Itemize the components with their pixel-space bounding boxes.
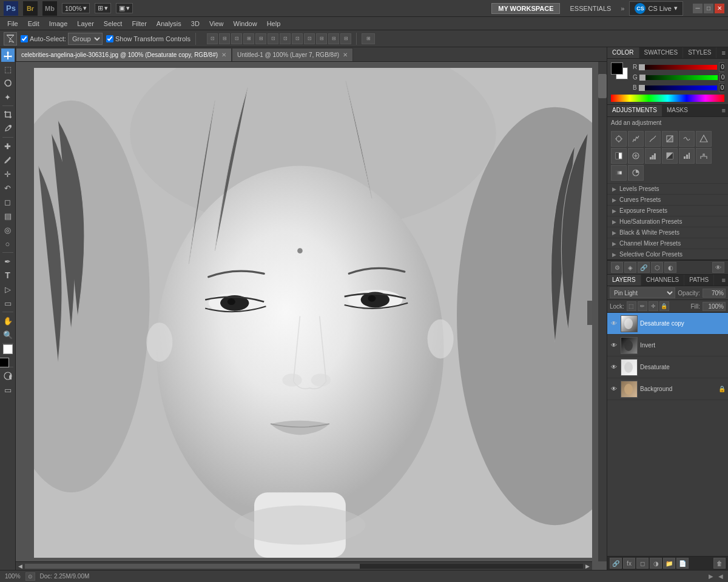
tab-channels[interactable]: CHANNELS: [641, 275, 684, 286]
scroll-right-arrow[interactable]: ▶: [585, 563, 590, 569]
transform-checkbox[interactable]: [106, 35, 113, 42]
adj-curves-icon[interactable]: [645, 131, 661, 147]
panel-icon-5[interactable]: ◐: [664, 262, 676, 273]
gradient-tool[interactable]: ▤: [1, 209, 15, 222]
status-expand-2[interactable]: ◀: [718, 573, 723, 580]
move-tool[interactable]: [1, 48, 15, 62]
adj-exposure-icon[interactable]: [662, 131, 678, 147]
tab-masks[interactable]: MASKS: [662, 105, 693, 116]
tab-untitled[interactable]: Untitled-1 @ 100% (Layer 7, RGB/8#) ✕: [232, 48, 353, 61]
group-select[interactable]: Group Layer: [68, 33, 103, 45]
adj-channelmixer-presets[interactable]: ▶ Channel Mixer Presets: [607, 238, 728, 249]
hand-tool[interactable]: ✋: [1, 314, 15, 327]
adj-bw-icon[interactable]: [611, 148, 627, 164]
g-slider[interactable]: [639, 75, 718, 80]
layer-background-vis[interactable]: 👁: [610, 385, 618, 393]
adj-selective-presets[interactable]: ▶ Selective Color Presets: [607, 249, 728, 259]
adj-vibrance-icon[interactable]: [679, 131, 695, 147]
layer-adj-btn[interactable]: ◑: [650, 558, 662, 569]
menu-image[interactable]: Image: [44, 19, 73, 28]
menu-help[interactable]: Help: [262, 19, 286, 28]
fill-input[interactable]: [703, 302, 726, 311]
tab-swatches[interactable]: SWATCHES: [639, 47, 684, 58]
layers-expand[interactable]: ≡: [720, 275, 728, 286]
zoom-control[interactable]: 100% ▾: [62, 3, 90, 13]
cs-live-dropdown[interactable]: ▾: [674, 4, 678, 12]
magic-wand-tool[interactable]: ✦: [1, 90, 15, 104]
path-select-tool[interactable]: ▷: [1, 283, 15, 296]
doc-mode[interactable]: ▣ ▾: [116, 3, 133, 13]
more-options-icon[interactable]: ⊞: [362, 33, 375, 44]
auto-select-checkbox[interactable]: [21, 35, 28, 42]
panel-icon-4[interactable]: ⬡: [651, 262, 663, 273]
screen-mode[interactable]: ⊞ ▾: [95, 3, 111, 13]
menu-3d[interactable]: 3D: [186, 19, 204, 28]
expand-icon[interactable]: »: [621, 5, 624, 12]
distribute-left-icon[interactable]: ⊡: [280, 33, 291, 44]
lock-all-icon[interactable]: 🔒: [659, 301, 669, 311]
layer-desaturate-copy[interactable]: 👁 Desaturate copy: [607, 313, 728, 335]
eyedropper-tool[interactable]: [1, 122, 15, 135]
menu-view[interactable]: View: [204, 19, 229, 28]
lock-transparency-icon[interactable]: ⬚: [627, 301, 636, 311]
zoom-dropdown-arrow[interactable]: ▾: [83, 4, 87, 12]
shape-tool[interactable]: ▭: [1, 296, 15, 310]
maximize-button[interactable]: □: [704, 4, 713, 13]
adj-exposure-presets[interactable]: ▶ Exposure Presets: [607, 205, 728, 216]
distribute-right-icon[interactable]: ⊡: [304, 33, 315, 44]
adj-expand[interactable]: ≡: [720, 105, 728, 116]
layer-desaturate-vis[interactable]: 👁: [610, 363, 618, 372]
close-button[interactable]: ✕: [715, 4, 724, 13]
layer-folder-btn[interactable]: 📁: [663, 558, 675, 569]
panel-icon-2[interactable]: ◈: [624, 262, 636, 273]
align-left-icon[interactable]: ⊡: [207, 33, 218, 44]
distribute-bottom-icon[interactable]: ⊟: [340, 33, 351, 44]
panel-icon-3[interactable]: 🔗: [638, 262, 650, 273]
adj-hue-presets[interactable]: ▶ Hue/Saturation Presets: [607, 216, 728, 227]
clone-stamp-tool[interactable]: ✛: [1, 167, 15, 181]
layer-desaturate[interactable]: 👁 Desaturate: [607, 356, 728, 378]
distribute-center-icon[interactable]: ⊡: [292, 33, 303, 44]
layer-delete-btn[interactable]: 🗑: [713, 558, 726, 569]
layer-invert[interactable]: 👁 Invert: [607, 335, 728, 356]
eraser-tool[interactable]: ◻: [1, 195, 15, 209]
adj-hsl-icon[interactable]: [696, 131, 712, 147]
menu-window[interactable]: Window: [229, 19, 262, 28]
layer-link-btn[interactable]: 🔗: [610, 558, 622, 569]
adj-levels-icon[interactable]: [628, 131, 644, 147]
adj-brightness-icon[interactable]: [611, 131, 627, 147]
r-slider[interactable]: [639, 65, 717, 70]
menu-filter[interactable]: Filter: [127, 19, 151, 28]
screen-mode-btn[interactable]: ▭: [1, 383, 15, 396]
dodge-tool[interactable]: ○: [1, 237, 15, 250]
essentials-button[interactable]: ESSENTIALS: [565, 4, 616, 13]
align-top-icon[interactable]: ⊞: [243, 33, 254, 44]
zoom-toggle[interactable]: ⊙: [25, 572, 35, 581]
canvas-image[interactable]: [34, 68, 592, 558]
adj-levels-presets[interactable]: ▶ Levels Presets: [607, 183, 728, 194]
layer-background[interactable]: 👁 Background 🔒: [607, 378, 728, 400]
layer-fx-btn[interactable]: fx: [623, 558, 635, 569]
distribute-top-icon[interactable]: ⊟: [316, 33, 327, 44]
layer-mask-btn[interactable]: ◻: [636, 558, 649, 569]
workspace-button[interactable]: MY WORKSPACE: [491, 3, 560, 14]
opacity-input[interactable]: [703, 289, 726, 298]
history-brush-tool[interactable]: ↶: [1, 181, 15, 195]
tab-color[interactable]: COLOR: [607, 47, 639, 58]
text-tool[interactable]: T: [1, 269, 15, 282]
brush-tool[interactable]: [1, 153, 15, 167]
color-panel-expand[interactable]: ≡: [720, 47, 728, 58]
align-center-h-icon[interactable]: ⊟: [219, 33, 230, 44]
healing-brush-tool[interactable]: ✚: [1, 139, 15, 153]
adj-channelmixer-icon[interactable]: [645, 148, 661, 164]
pen-tool[interactable]: ✒: [1, 255, 15, 268]
align-middle-icon[interactable]: ⊟: [255, 33, 266, 44]
menu-layer[interactable]: Layer: [72, 19, 99, 28]
tab-angelina-close[interactable]: ✕: [221, 52, 226, 58]
background-color[interactable]: [3, 344, 13, 354]
align-right-icon[interactable]: ⊡: [231, 33, 242, 44]
adj-invert-icon[interactable]: [662, 148, 678, 164]
status-expand[interactable]: ▶: [709, 573, 713, 580]
tab-angelina[interactable]: celebrities-angelina-jolie-306316.jpg @ …: [16, 48, 232, 61]
zoom-tool[interactable]: 🔍: [1, 328, 15, 341]
